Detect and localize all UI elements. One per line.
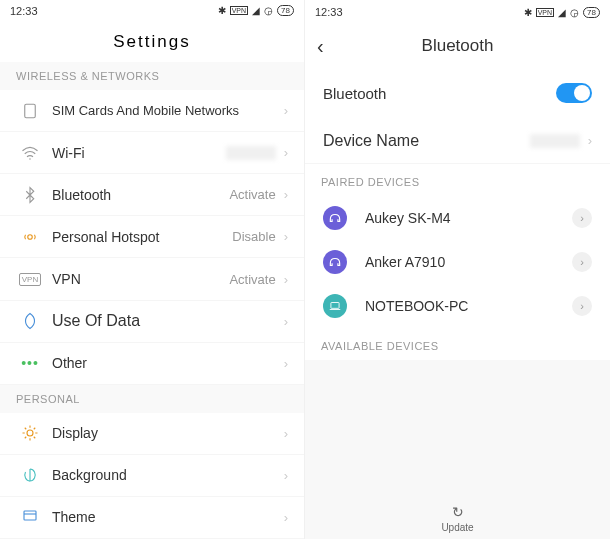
- paired-devices-header: PAIRED DEVICES: [305, 164, 610, 196]
- sim-label: SIM Cards And Mobile Networks: [52, 103, 284, 118]
- paired-device-item[interactable]: Aukey SK-M4 ›: [305, 196, 610, 240]
- theme-icon: [16, 508, 44, 526]
- update-button[interactable]: ↻ Update: [441, 504, 473, 533]
- status-icons: ✱ VPN ◢ ◶ 78: [524, 7, 600, 18]
- refresh-icon: ↻: [452, 504, 464, 520]
- chevron-right-icon: ›: [284, 510, 288, 525]
- bluetooth-icon: [16, 186, 44, 204]
- wifi-value-blurred: [226, 146, 276, 160]
- bluetooth-toggle-switch[interactable]: [556, 83, 592, 103]
- theme-label: Theme: [52, 509, 284, 525]
- vpn-label: VPN: [52, 271, 229, 287]
- update-label: Update: [441, 522, 473, 533]
- settings-title: Settings: [113, 32, 190, 52]
- toggle-knob: [574, 85, 590, 101]
- status-time: 12:33: [10, 5, 38, 17]
- wifi-label: Wi-Fi: [52, 145, 226, 161]
- hotspot-value: Disable: [232, 229, 275, 244]
- battery-status-icon: 78: [583, 7, 600, 18]
- bluetooth-toggle-label: Bluetooth: [323, 85, 386, 102]
- sim-cards-item[interactable]: SIM Cards And Mobile Networks ›: [0, 90, 304, 132]
- settings-header: Settings: [0, 22, 304, 62]
- vpn-status-icon: VPN: [536, 8, 554, 17]
- status-icons: ✱ VPN ◢ ◶ 78: [218, 5, 294, 16]
- signal-status-icon: ◢: [252, 5, 260, 16]
- hotspot-item[interactable]: Personal Hotspot Disable ›: [0, 216, 304, 258]
- more-icon: •••: [16, 355, 44, 371]
- sim-icon: [16, 102, 44, 120]
- background-icon: [16, 466, 44, 484]
- display-item[interactable]: Display ›: [0, 413, 304, 455]
- other-item[interactable]: ••• Other ›: [0, 343, 304, 385]
- wifi-icon: [16, 144, 44, 162]
- chevron-right-icon: ›: [284, 187, 288, 202]
- bluetooth-value: Activate: [229, 187, 275, 202]
- bluetooth-title: Bluetooth: [422, 36, 494, 56]
- bluetooth-item[interactable]: Bluetooth Activate ›: [0, 174, 304, 216]
- wireless-section-header: WIRELESS & NETWORKS: [0, 62, 304, 90]
- chevron-right-icon: ›: [284, 356, 288, 371]
- hotspot-icon: [16, 228, 44, 246]
- paired-device-item[interactable]: Anker A7910 ›: [305, 240, 610, 284]
- bluetooth-screen: 12:33 ✱ VPN ◢ ◶ 78 ‹ Bluetooth Bluetooth…: [305, 0, 610, 539]
- device-label: Anker A7910: [365, 254, 572, 270]
- hotspot-label: Personal Hotspot: [52, 229, 232, 245]
- chevron-right-icon: ›: [284, 229, 288, 244]
- headphones-icon: [323, 250, 347, 274]
- chevron-right-icon: ›: [588, 133, 592, 148]
- chevron-right-icon: ›: [284, 272, 288, 287]
- display-icon: [16, 424, 44, 442]
- headphones-icon: [323, 206, 347, 230]
- svg-point-1: [29, 158, 31, 160]
- personal-section-header: PERSONAL: [0, 385, 304, 413]
- chevron-right-icon: ›: [284, 314, 288, 329]
- bluetooth-label: Bluetooth: [52, 187, 229, 203]
- bluetooth-status-icon: ✱: [218, 5, 226, 16]
- bluetooth-status-icon: ✱: [524, 7, 532, 18]
- data-usage-item[interactable]: Use Of Data ›: [0, 301, 304, 343]
- status-time: 12:33: [315, 6, 343, 18]
- chevron-right-icon: ›: [284, 145, 288, 160]
- chevron-right-icon: ›: [284, 468, 288, 483]
- bluetooth-header: ‹ Bluetooth: [305, 24, 610, 68]
- signal-status-icon: ◢: [558, 7, 566, 18]
- status-bar: 12:33 ✱ VPN ◢ ◶ 78: [305, 0, 610, 24]
- svg-point-3: [27, 430, 33, 436]
- chevron-right-icon: ›: [284, 426, 288, 441]
- device-label: NOTEBOOK-PC: [365, 298, 572, 314]
- svg-rect-0: [25, 104, 36, 118]
- vpn-icon: VPN: [16, 273, 44, 286]
- svg-rect-4: [24, 511, 36, 520]
- paired-device-item[interactable]: NOTEBOOK-PC ›: [305, 284, 610, 328]
- chevron-right-icon: ›: [284, 103, 288, 118]
- vpn-item[interactable]: VPN VPN Activate ›: [0, 258, 304, 300]
- display-label: Display: [52, 425, 284, 441]
- settings-screen: 12:33 ✱ VPN ◢ ◶ 78 Settings WIRELESS & N…: [0, 0, 305, 539]
- wifi-item[interactable]: Wi-Fi ›: [0, 132, 304, 174]
- wifi-status-icon: ◶: [264, 5, 273, 16]
- device-settings-button[interactable]: ›: [572, 296, 592, 316]
- device-label: Aukey SK-M4: [365, 210, 572, 226]
- battery-status-icon: 78: [277, 5, 294, 16]
- vpn-status-icon: VPN: [230, 6, 248, 15]
- vpn-value: Activate: [229, 272, 275, 287]
- background-label: Background: [52, 467, 284, 483]
- data-icon: [16, 312, 44, 330]
- laptop-icon: [323, 294, 347, 318]
- back-button[interactable]: ‹: [317, 35, 324, 58]
- device-name-value-blurred: [530, 134, 580, 148]
- data-label: Use Of Data: [52, 312, 284, 330]
- wifi-status-icon: ◶: [570, 7, 579, 18]
- svg-rect-6: [331, 303, 339, 309]
- svg-point-2: [28, 235, 33, 240]
- device-name-label: Device Name: [323, 132, 530, 150]
- theme-item[interactable]: Theme ›: [0, 497, 304, 539]
- background-item[interactable]: Background ›: [0, 455, 304, 497]
- available-devices-header: AVAILABLE DEVICES: [305, 328, 610, 360]
- device-settings-button[interactable]: ›: [572, 208, 592, 228]
- other-label: Other: [52, 355, 284, 371]
- device-name-item[interactable]: Device Name ›: [305, 118, 610, 164]
- status-bar: 12:33 ✱ VPN ◢ ◶ 78: [0, 0, 304, 22]
- device-settings-button[interactable]: ›: [572, 252, 592, 272]
- bluetooth-toggle-row[interactable]: Bluetooth: [305, 68, 610, 118]
